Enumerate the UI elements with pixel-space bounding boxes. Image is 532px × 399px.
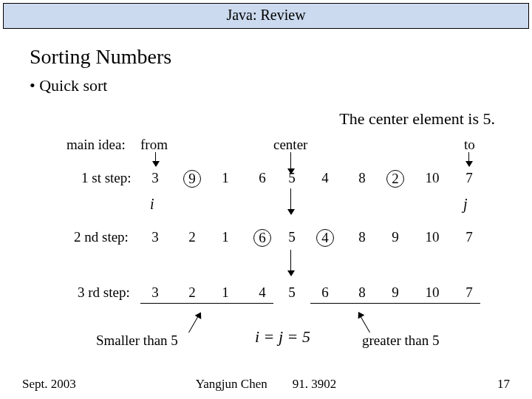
r2c1: 2: [181, 229, 203, 245]
label-center: center: [273, 137, 307, 153]
r3c8: 10: [421, 284, 443, 301]
footer-page: 17: [497, 377, 510, 392]
footer-author: Yangjun Chen: [196, 377, 267, 391]
label-greater: greater than 5: [362, 332, 439, 349]
r3c5: 6: [314, 284, 336, 301]
underline-right: [310, 303, 480, 304]
r3c2: 1: [214, 284, 236, 301]
r3c3: 4: [251, 284, 273, 301]
r1c9: 7: [458, 170, 480, 186]
r1c7: 2: [384, 170, 406, 188]
label-eq: i = j = 5: [255, 327, 310, 347]
r3c6: 8: [351, 284, 373, 301]
label-main-idea: main idea:: [66, 137, 126, 153]
label-j: j: [463, 196, 468, 213]
r2c3-circled: 6: [253, 229, 271, 247]
r1c6: 8: [351, 170, 373, 186]
label-step3: 3 rd step:: [78, 284, 130, 301]
r3c9: 7: [458, 284, 480, 301]
r2c3: 6: [251, 229, 273, 247]
bullet-quick-sort: • Quick sort: [30, 76, 532, 95]
r3c7: 9: [384, 284, 406, 301]
r2c9: 7: [458, 229, 480, 245]
center-statement: The center element is 5.: [339, 109, 495, 129]
r1c7-circled: 2: [386, 170, 404, 188]
label-smaller: Smaller than 5: [96, 332, 178, 349]
diagram-stage: main idea: from center to 1 st step: 3 9…: [44, 133, 502, 369]
r2c5: 4: [314, 229, 336, 247]
r2c6: 8: [351, 229, 373, 245]
slide-heading: Sorting Numbers: [30, 45, 532, 69]
underline-left: [140, 303, 273, 304]
label-step1: 1 st step:: [81, 170, 132, 186]
r1c8: 10: [421, 170, 443, 186]
label-i: i: [150, 196, 154, 213]
r3c0: 3: [144, 284, 166, 301]
r3c4: 5: [281, 284, 303, 301]
r2c4: 5: [281, 229, 303, 245]
r2c2: 1: [214, 229, 236, 245]
r2c7: 9: [384, 229, 406, 245]
r2c5-circled: 4: [316, 229, 334, 247]
label-to: to: [464, 137, 475, 153]
r1c2: 1: [214, 170, 236, 186]
label-step2: 2 nd step:: [74, 229, 129, 245]
r2c0: 3: [144, 229, 166, 245]
r1c3: 6: [251, 170, 273, 186]
title-text: Java: Review: [226, 7, 305, 23]
r1c1-circled: 9: [183, 170, 201, 188]
label-from: from: [140, 137, 168, 153]
footer-course: 91. 3902: [293, 377, 337, 391]
r1c0: 3: [144, 170, 166, 186]
r1c4: 5: [281, 170, 303, 186]
r3c1: 2: [181, 284, 203, 301]
arrow-smaller-icon: [188, 313, 200, 333]
r1c1: 9: [181, 170, 203, 188]
arrow-greater-icon: [358, 313, 370, 333]
title-bar: Java: Review: [3, 3, 529, 29]
footer-center: Yangjun Chen 91. 3902: [0, 377, 532, 392]
r2c8: 10: [421, 229, 443, 245]
r1c5: 4: [314, 170, 336, 186]
